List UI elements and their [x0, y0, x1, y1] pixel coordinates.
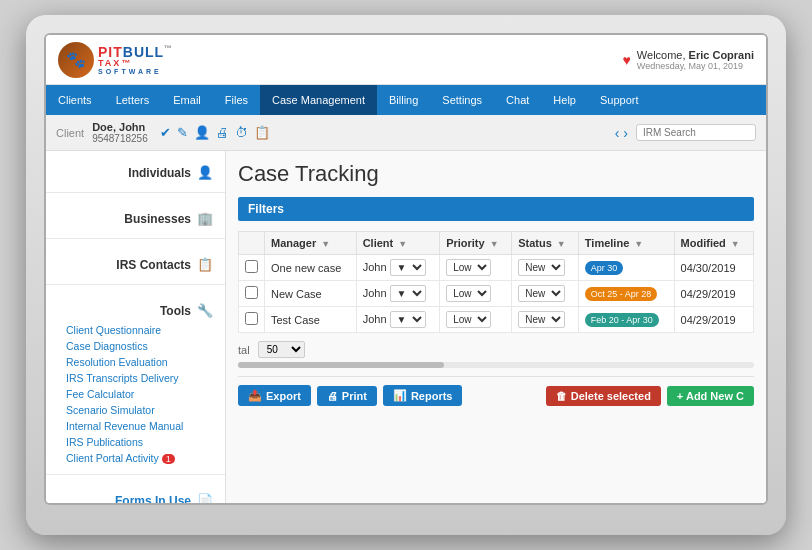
prev-arrow[interactable]: ‹ — [615, 125, 620, 141]
nav-bar: Clients Letters Email Files Case Managem… — [46, 85, 766, 115]
welcome-date: Wednesday, May 01, 2019 — [637, 61, 754, 71]
col-priority[interactable]: Priority ▼ — [440, 232, 512, 255]
row-status: New — [512, 255, 579, 281]
page-size-select[interactable]: 50 25 100 — [258, 341, 305, 358]
nav-chat[interactable]: Chat — [494, 85, 541, 115]
user-icon[interactable]: 👤 — [194, 125, 210, 140]
client-select[interactable]: ▼ — [390, 285, 426, 302]
nav-case-management[interactable]: Case Management — [260, 85, 377, 115]
checkmark-icon[interactable]: ✔ — [160, 125, 171, 140]
row-client: John ▼ — [356, 281, 440, 307]
timeline-badge: Oct 25 - Apr 28 — [585, 287, 658, 301]
welcome-name: Eric Coprani — [689, 49, 754, 61]
client-name: Doe, John — [92, 121, 148, 133]
nav-billing[interactable]: Billing — [377, 85, 430, 115]
logo-area: 🐾 PITBULL™ TAX™ SOFTWARE — [58, 42, 173, 78]
main-layout: Individuals 👤 Businesses 🏢 IRS Contacts — [46, 151, 766, 503]
page-title: Case Tracking — [238, 161, 754, 187]
nav-help[interactable]: Help — [541, 85, 588, 115]
client-ssn: 9548718256 — [92, 133, 148, 144]
sidebar-irs-publications[interactable]: IRS Publications — [46, 434, 225, 450]
logo-text: PITBULL™ TAX™ SOFTWARE — [98, 45, 173, 75]
sidebar-tools-label: Tools — [160, 304, 191, 318]
col-manager[interactable]: Manager ▼ — [265, 232, 357, 255]
status-select[interactable]: New — [518, 259, 565, 276]
print-button[interactable]: 🖨 Print — [317, 386, 377, 406]
horizontal-scrollbar[interactable] — [238, 362, 754, 368]
col-client[interactable]: Client ▼ — [356, 232, 440, 255]
sidebar-header-irs[interactable]: IRS Contacts 📋 — [46, 251, 225, 276]
welcome-greeting: Welcome, Eric Coprani — [637, 49, 754, 61]
nav-clients[interactable]: Clients — [46, 85, 104, 115]
sidebar-header-tools[interactable]: Tools 🔧 — [46, 297, 225, 322]
sidebar-case-diagnostics[interactable]: Case Diagnostics — [46, 338, 225, 354]
client-select[interactable]: ▼ — [390, 259, 426, 276]
nav-files[interactable]: Files — [213, 85, 260, 115]
filters-bar[interactable]: Filters — [238, 197, 754, 221]
bottom-bar: 📤 Export 🖨 Print 📊 Reports 🗑 Delete — [238, 376, 754, 414]
print-icon[interactable]: 🖨 — [216, 125, 229, 140]
export-button[interactable]: 📤 Export — [238, 385, 311, 406]
clipboard-icon[interactable]: 📋 — [254, 125, 270, 140]
row-modified: 04/29/2019 — [674, 307, 753, 333]
delete-icon: 🗑 — [556, 390, 567, 402]
print-icon-btn: 🖨 — [327, 390, 338, 402]
case-table: Manager ▼ Client ▼ Priority ▼ Status ▼ T… — [238, 231, 754, 333]
priority-select[interactable]: Low — [446, 285, 491, 302]
sidebar-client-questionnaire[interactable]: Client Questionnaire — [46, 322, 225, 338]
clock-icon[interactable]: ⏱ — [235, 125, 248, 140]
sidebar-internal-revenue-manual[interactable]: Internal Revenue Manual — [46, 418, 225, 434]
sidebar-section-individuals: Individuals 👤 — [46, 151, 225, 188]
status-select[interactable]: New — [518, 311, 565, 328]
irm-search-input[interactable] — [636, 124, 756, 141]
sidebar-section-forms: Forms In Use 📄 Form 433-A / 433-A (OIC)2… — [46, 479, 225, 503]
nav-letters[interactable]: Letters — [104, 85, 162, 115]
row-check[interactable] — [239, 281, 265, 307]
row-client: John ▼ — [356, 255, 440, 281]
timeline-badge: Apr 30 — [585, 261, 624, 275]
row-priority: Low — [440, 281, 512, 307]
welcome-text: Welcome, Eric Coprani Wednesday, May 01,… — [637, 49, 754, 71]
col-timeline[interactable]: Timeline ▼ — [578, 232, 674, 255]
nav-support[interactable]: Support — [588, 85, 651, 115]
delete-button[interactable]: 🗑 Delete selected — [546, 386, 661, 406]
status-select[interactable]: New — [518, 285, 565, 302]
total-label: tal — [238, 344, 250, 356]
add-new-button[interactable]: + Add New C — [667, 386, 754, 406]
pagination-row: tal 50 25 100 — [238, 341, 754, 358]
row-client: John ▼ — [356, 307, 440, 333]
col-status[interactable]: Status ▼ — [512, 232, 579, 255]
sidebar-header-individuals[interactable]: Individuals 👤 — [46, 159, 225, 184]
sidebar-irs-label: IRS Contacts — [116, 258, 191, 272]
row-status: New — [512, 281, 579, 307]
client-select[interactable]: ▼ — [390, 311, 426, 328]
sidebar-section-tools: Tools 🔧 Client Questionnaire Case Diagno… — [46, 289, 225, 470]
next-arrow[interactable]: › — [623, 125, 628, 141]
col-check — [239, 232, 265, 255]
nav-settings[interactable]: Settings — [430, 85, 494, 115]
sidebar-header-forms[interactable]: Forms In Use 📄 — [46, 487, 225, 503]
row-check[interactable] — [239, 255, 265, 281]
row-check[interactable] — [239, 307, 265, 333]
priority-select[interactable]: Low — [446, 259, 491, 276]
reports-button[interactable]: 📊 Reports — [383, 385, 463, 406]
scrollbar-thumb — [238, 362, 444, 368]
row-timeline: Feb 20 - Apr 30 — [578, 307, 674, 333]
col-modified[interactable]: Modified ▼ — [674, 232, 753, 255]
heart-icon: ♥ — [623, 52, 631, 68]
sidebar-scenario-simulator[interactable]: Scenario Simulator — [46, 402, 225, 418]
irs-icon: 📋 — [197, 257, 213, 272]
nav-arrows: ‹ › — [615, 125, 628, 141]
sidebar-resolution-evaluation[interactable]: Resolution Evaluation — [46, 354, 225, 370]
sidebar-client-portal-activity[interactable]: Client Portal Activity1 — [46, 450, 225, 466]
sidebar-irs-transcripts[interactable]: IRS Transcripts Delivery — [46, 370, 225, 386]
sidebar-header-businesses[interactable]: Businesses 🏢 — [46, 205, 225, 230]
logo-icon: 🐾 — [58, 42, 94, 78]
edit-icon[interactable]: ✎ — [177, 125, 188, 140]
row-priority: Low — [440, 307, 512, 333]
priority-select[interactable]: Low — [446, 311, 491, 328]
nav-email[interactable]: Email — [161, 85, 213, 115]
sidebar-fee-calculator[interactable]: Fee Calculator — [46, 386, 225, 402]
tools-icon: 🔧 — [197, 303, 213, 318]
sidebar-section-businesses: Businesses 🏢 — [46, 197, 225, 234]
